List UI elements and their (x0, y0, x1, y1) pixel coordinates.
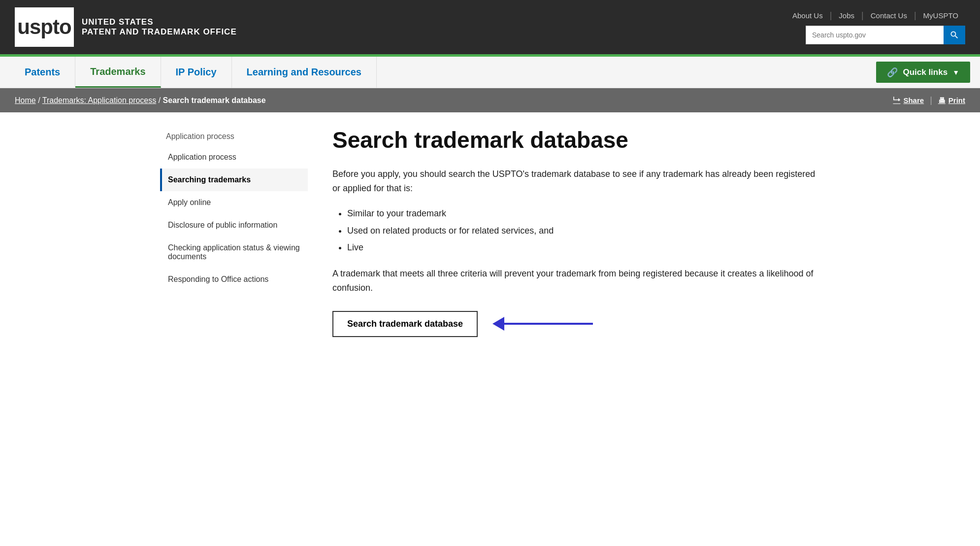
content-wrapper: Application process Application process … (145, 127, 835, 337)
search-row (806, 26, 965, 44)
top-right: About Us | Jobs | Contact Us | MyUSPTO (785, 10, 965, 44)
search-database-button[interactable]: Search trademark database (332, 311, 478, 337)
arrow-line (504, 323, 593, 325)
breadcrumb-trademarks[interactable]: Trademarks: Application process (42, 96, 157, 104)
nav-patents[interactable]: Patents (10, 57, 75, 88)
breadcrumb-actions: ⮡ Share | 🖶 Print (893, 95, 965, 105)
chain-icon: 🔗 (887, 67, 898, 78)
nav-ip-policy[interactable]: IP Policy (161, 57, 232, 88)
nav-learning[interactable]: Learning and Resources (232, 57, 377, 88)
jobs-link[interactable]: Jobs (832, 11, 861, 20)
search-icon (949, 30, 959, 40)
sidebar-item-apply-online[interactable]: Apply online (160, 191, 308, 214)
agency-line1: UNITED STATES (82, 17, 237, 27)
main-content: Search trademark database Before you app… (318, 127, 820, 337)
about-us-link[interactable]: About Us (785, 11, 830, 20)
quick-links-label: Quick links (903, 68, 947, 77)
bullet-list: Similar to your trademark Used on relate… (347, 205, 820, 256)
search-button[interactable] (944, 26, 965, 44)
breadcrumb-sep2: / (159, 96, 163, 104)
print-label: Print (948, 96, 965, 104)
sidebar-item-application-process[interactable]: Application process (160, 146, 308, 169)
breadcrumb-sep1: / (38, 96, 42, 104)
share-button[interactable]: ⮡ Share (893, 96, 924, 104)
logo-box: uspto (15, 7, 74, 47)
bullet-2: Used on related products or for related … (347, 222, 820, 239)
print-button[interactable]: 🖶 Print (938, 96, 965, 104)
intro-paragraph: Before you apply, you should search the … (332, 167, 820, 196)
breadcrumb-home[interactable]: Home (15, 96, 36, 104)
share-label: Share (903, 96, 924, 104)
main-nav: Patents Trademarks IP Policy Learning an… (0, 57, 980, 88)
breadcrumb: Home / Trademarks: Application process /… (15, 96, 266, 105)
action-sep: | (930, 95, 932, 105)
agency-line2: PATENT AND TRADEMARK OFFICE (82, 27, 237, 37)
arrow-indicator (492, 317, 593, 331)
agency-name: UNITED STATES PATENT AND TRADEMARK OFFIC… (82, 17, 237, 37)
cta-row: Search trademark database (332, 311, 820, 337)
top-bar: uspto UNITED STATES PATENT AND TRADEMARK… (0, 0, 980, 54)
top-links: About Us | Jobs | Contact Us | MyUSPTO (785, 10, 965, 21)
bullet-1: Similar to your trademark (347, 205, 820, 222)
quick-links-button[interactable]: 🔗 Quick links ▼ (876, 62, 970, 83)
nav-spacer (377, 57, 876, 88)
logo-text: uspto (17, 15, 71, 39)
nav-trademarks[interactable]: Trademarks (75, 57, 161, 88)
breadcrumb-bar: Home / Trademarks: Application process /… (0, 88, 980, 112)
sidebar-item-responding-office[interactable]: Responding to Office actions (160, 268, 308, 291)
contact-us-link[interactable]: Contact Us (864, 11, 914, 20)
chevron-down-icon: ▼ (952, 68, 959, 76)
arrow-head (492, 317, 504, 331)
sidebar-section-title: Application process (160, 127, 308, 146)
print-icon: 🖶 (938, 96, 946, 104)
sidebar-item-searching-trademarks[interactable]: Searching trademarks (160, 169, 308, 191)
search-input[interactable] (806, 26, 944, 44)
sidebar-item-checking-status[interactable]: Checking application status & viewing do… (160, 237, 308, 268)
bullet-3: Live (347, 239, 820, 256)
breadcrumb-current: Search trademark database (163, 96, 266, 104)
myuspto-link[interactable]: MyUSPTO (916, 11, 965, 20)
sidebar-item-disclosure[interactable]: Disclosure of public information (160, 214, 308, 237)
share-icon: ⮡ (893, 96, 900, 104)
page-title: Search trademark database (332, 127, 820, 153)
sidebar: Application process Application process … (160, 127, 318, 337)
logo-area: uspto UNITED STATES PATENT AND TRADEMARK… (15, 7, 237, 47)
conclusion-paragraph: A trademark that meets all three criteri… (332, 267, 820, 295)
